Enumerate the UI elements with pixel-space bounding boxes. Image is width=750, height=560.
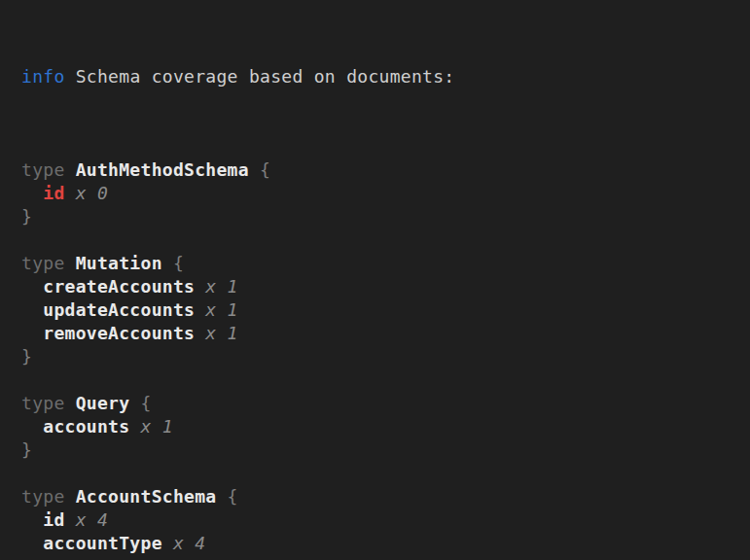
type-keyword: type [21,253,76,273]
usage-count: x 4 [65,509,109,530]
field-name: accountName [21,556,162,560]
close-brace-line: } [21,345,750,368]
type-name: Mutation [76,253,162,273]
type-keyword: type [21,159,76,180]
usage-count: x 0 [65,183,109,203]
usage-count: x 1 [129,416,173,437]
type-header-line: type Query { [21,392,750,415]
field-line: updateAccounts x 1 [21,298,750,322]
type-keyword: type [21,486,76,507]
field-line: id x 4 [21,508,750,532]
usage-count: x 1 [195,323,238,343]
usage-count: x 1 [195,276,238,297]
type-name: AccountSchema [76,486,217,507]
field-line: createAccounts x 1 [21,275,750,298]
field-line: accountName x 4 [21,555,750,560]
usage-count: x 4 [162,533,206,553]
field-name: removeAccounts [21,323,195,343]
open-brace: { [216,486,237,507]
blank-line [21,135,750,158]
close-brace: } [21,206,32,227]
field-line: accountType x 4 [21,532,750,555]
usage-count: x 1 [195,299,238,320]
field-line: removeAccounts x 1 [21,322,750,345]
type-header-line: type AccountSchema { [21,485,750,508]
close-brace: } [21,346,32,367]
log-line: info Schema coverage based on documents: [21,65,750,88]
log-level-separator [65,66,76,87]
field-line: accounts x 1 [21,415,750,438]
terminal-output: info Schema coverage based on documents:… [0,0,750,560]
field-name: createAccounts [21,276,195,297]
close-brace-line: } [21,205,750,228]
type-header-line: type AuthMethodSchema { [21,158,750,182]
close-brace: } [21,439,32,460]
field-name: accounts [21,416,129,437]
coverage-blocks: type AuthMethodSchema { id x 0} type Mut… [21,135,750,560]
log-message: Schema coverage based on documents: [76,66,455,87]
open-brace: { [249,159,270,180]
type-name: AuthMethodSchema [76,159,249,180]
field-name: accountType [21,533,162,553]
log-level-info: info [21,66,65,87]
blank-line [21,368,750,392]
type-keyword: type [21,393,76,413]
blank-line [21,462,750,485]
field-name: updateAccounts [21,299,195,320]
open-brace: { [129,393,151,413]
field-line: id x 0 [21,182,750,205]
field-name-uncovered: id [21,183,65,203]
open-brace: { [162,253,184,273]
field-name: id [21,509,65,530]
usage-count: x 4 [162,556,206,560]
type-name: Query [76,393,130,413]
blank-line [21,228,750,252]
type-header-line: type Mutation { [21,252,750,275]
close-brace-line: } [21,438,750,462]
